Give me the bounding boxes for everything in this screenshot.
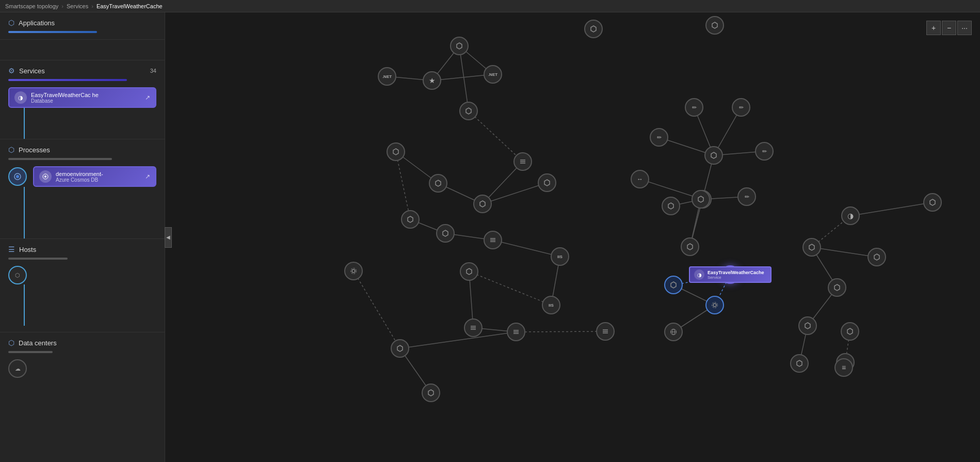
topology-node-n6[interactable]: ★ [423,71,441,90]
service-node-link[interactable]: ↗ [145,94,150,101]
applications-header[interactable]: ⬡ Applications [8,19,156,27]
topology-map[interactable]: + − ··· .NET.NET★IISIIS✏✏✏✏✏↔◑◑≡ ◑ EasyT… [165,12,980,462]
svg-line-19 [469,272,551,305]
service-node-type: Database [31,98,141,104]
topology-node-n23[interactable] [422,384,440,402]
svg-line-12 [483,183,547,204]
topology-node-n25[interactable] [662,197,680,215]
data-centers-bar [8,351,53,353]
zoom-more-button[interactable]: ··· [957,21,972,35]
topology-node-n5[interactable]: .NET [378,67,396,86]
topology-node-n42[interactable] [828,278,846,297]
hosts-header[interactable]: ☰ Hosts [8,245,156,253]
topology-node-n36[interactable] [664,276,683,294]
topology-node-n43[interactable] [798,316,817,335]
topology-node-n13[interactable] [436,224,455,243]
data-centers-header[interactable]: ⬡ Data centers [8,339,156,347]
zoom-in-button[interactable]: + [926,21,941,35]
svg-marker-73 [428,390,433,396]
process-node-card[interactable]: demoenvironment- Azure Cosmos DB ↗ [33,166,156,187]
topology-node-n41[interactable] [867,248,886,266]
topology-node-n21[interactable] [344,262,363,280]
topology-node-n24[interactable] [596,322,615,341]
topology-node-n8[interactable] [513,152,532,171]
topology-node-n39[interactable] [664,323,683,341]
topology-node-n16[interactable]: IIS [551,247,569,266]
data-centers-title: Data centers [19,339,57,347]
svg-marker-82 [671,282,676,288]
topology-node-n1[interactable] [450,37,469,55]
svg-marker-62 [544,180,550,186]
hosts-icon: ☰ [8,245,15,253]
sidebar-toggle[interactable]: ◀ [165,227,172,248]
topology-node-n32[interactable]: ✏ [737,187,756,206]
topology-node-n29[interactable]: ✏ [732,98,750,117]
topology-node-n22[interactable] [391,339,409,358]
topology-node-n31[interactable]: ✏ [755,142,774,161]
topology-node-n48[interactable]: ◑ [841,206,860,225]
breadcrumb-services[interactable]: Services [67,3,88,9]
topology-node-n9[interactable] [473,195,492,213]
svg-marker-72 [397,345,403,352]
svg-point-84 [712,302,718,308]
data-centers-section: ⬡ Data centers ☁ [0,332,165,384]
topology-node-n38[interactable] [705,296,724,314]
svg-line-25 [516,331,605,332]
zoom-out-button[interactable]: − [942,21,956,35]
map-service-card[interactable]: ◑ EasyTravelWeatherCache Service [689,266,772,283]
topology-node-n40[interactable] [802,238,821,257]
topology-node-n4[interactable]: .NET [484,65,502,84]
service-node-icon: ◑ [14,91,27,104]
svg-marker-58 [443,230,448,236]
processes-header[interactable]: ⬡ Processes [8,146,156,154]
host-node-icon[interactable]: ⬡ [8,266,27,284]
topology-node-n12[interactable] [401,210,420,229]
applications-title: Applications [19,19,55,27]
svg-marker-89 [874,254,879,260]
topology-node-n14[interactable] [484,231,502,249]
applications-bar [8,31,97,33]
topology-node-n17[interactable]: IIS [542,296,560,314]
topology-node-n7[interactable] [459,102,478,120]
processes-title: Processes [19,146,50,154]
services-section: ⚙ Services 34 ◑ EasyTravelWeatherCac he … [0,60,165,139]
topology-node-n28[interactable]: ✏ [685,98,703,117]
svg-marker-91 [805,323,810,329]
svg-point-1 [16,175,19,178]
topology-node-n19[interactable] [464,318,483,337]
process-node-link[interactable]: ↗ [145,173,150,180]
topology-node-n11[interactable] [387,142,405,161]
service-node-card[interactable]: ◑ EasyTravelWeatherCac he Database ↗ [8,87,156,108]
topology-node-n49[interactable]: ≡ [834,358,853,377]
topology-node-n47[interactable] [923,193,942,212]
topology-node-n2[interactable] [584,20,603,38]
svg-marker-81 [698,196,703,202]
map-card-sub-1: Service [708,275,766,280]
svg-marker-50 [466,108,471,114]
svg-marker-92 [847,328,853,334]
topology-node-n18[interactable] [460,262,478,281]
topology-node-n27[interactable] [704,146,723,165]
topology-node-n20[interactable] [507,323,525,341]
topology-node-n34[interactable] [681,237,699,256]
map-card-icon-1: ◑ [694,269,704,280]
topology-node-n15[interactable] [538,173,556,192]
service-node-name: EasyTravelWeatherCac he [31,92,141,98]
svg-marker-47 [457,43,462,49]
breadcrumb-current[interactable]: EasyTravelWeatherCache [97,3,163,9]
topology-node-n44[interactable] [841,322,859,341]
topology-node-n35[interactable] [692,190,710,209]
topology-node-n45[interactable] [790,354,809,373]
breadcrumb-smartscape[interactable]: Smartscape topology [5,3,58,9]
topology-connections [165,12,980,462]
service-node-info: EasyTravelWeatherCac he Database [31,92,141,104]
services-header[interactable]: ⚙ Services 34 [8,67,156,75]
data-center-node[interactable]: ☁ [8,359,27,378]
svg-marker-90 [834,284,840,291]
process-node-circle[interactable] [8,167,27,186]
svg-marker-48 [591,26,596,32]
topology-node-n10[interactable] [429,174,447,193]
topology-node-n30[interactable]: ✏ [650,128,668,147]
topology-node-n3[interactable] [705,16,724,35]
topology-node-n33[interactable]: ↔ [631,170,649,188]
